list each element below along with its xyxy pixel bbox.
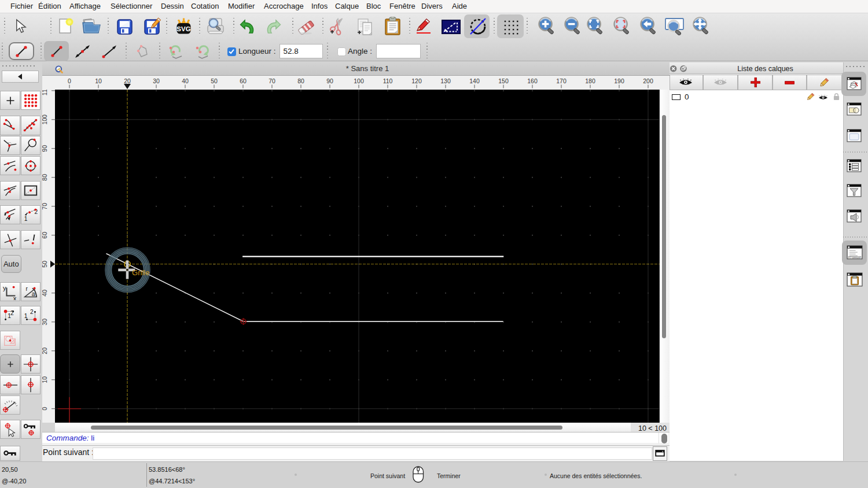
svg-text:2: 2 <box>30 309 34 315</box>
svg-text:110: 110 <box>382 77 392 84</box>
svg-text:60: 60 <box>240 77 247 84</box>
svg-text:50: 50 <box>42 261 48 268</box>
svg-text:2: 2 <box>10 310 14 316</box>
svg-text:20: 20 <box>42 347 48 354</box>
svg-text:180: 180 <box>585 77 595 84</box>
svg-text:80: 80 <box>297 77 304 84</box>
svg-text:r: r <box>26 286 28 292</box>
svg-text:SVG: SVG <box>176 25 190 32</box>
svg-text:80: 80 <box>42 174 48 181</box>
svg-text:0: 0 <box>68 77 71 84</box>
svg-text:10: 10 <box>95 77 102 84</box>
svg-text:110: 110 <box>42 90 48 95</box>
svg-text:Grille: Grille <box>132 268 149 277</box>
svg-text:90: 90 <box>326 77 333 84</box>
svg-text:30: 30 <box>153 77 160 84</box>
svg-text:C: command: C: command <box>849 257 859 259</box>
svg-text:40: 40 <box>42 290 48 297</box>
svg-text:100: 100 <box>42 114 48 125</box>
svg-text:120: 120 <box>411 77 422 84</box>
svg-text:x: x <box>13 295 16 300</box>
svg-text:y: y <box>2 284 6 291</box>
svg-text:100: 100 <box>354 77 364 84</box>
svg-text:140: 140 <box>469 77 480 84</box>
svg-text:70: 70 <box>269 77 275 84</box>
svg-text:90: 90 <box>42 145 48 152</box>
svg-text:160: 160 <box>527 77 538 84</box>
svg-text:0: 0 <box>42 407 48 411</box>
svg-text:150: 150 <box>498 77 509 84</box>
svg-text:a: a <box>32 290 35 297</box>
svg-text:130: 130 <box>440 77 451 84</box>
svg-text:60: 60 <box>42 232 48 239</box>
svg-text:10: 10 <box>42 376 48 383</box>
svg-text:70: 70 <box>42 203 48 210</box>
svg-text:200: 200 <box>643 77 653 84</box>
svg-text:30: 30 <box>42 319 48 326</box>
svg-text:20: 20 <box>124 77 131 84</box>
svg-text:170: 170 <box>556 77 567 84</box>
svg-text:1: 1 <box>24 216 28 222</box>
svg-text:190: 190 <box>614 77 624 84</box>
svg-text:50: 50 <box>211 77 218 84</box>
svg-text:1: 1 <box>24 312 28 319</box>
svg-text:40: 40 <box>182 77 189 84</box>
